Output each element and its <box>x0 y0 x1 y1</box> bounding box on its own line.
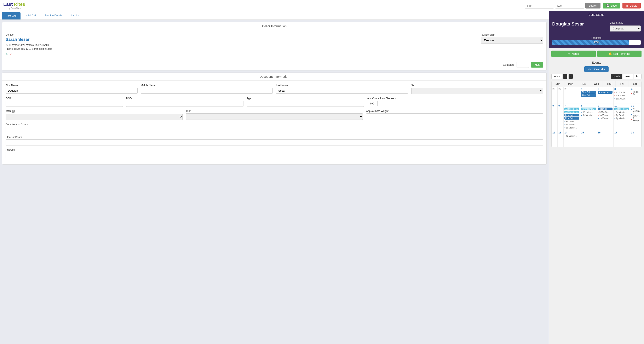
save-button[interactable]: 💾 Save <box>603 3 620 8</box>
cal-cell-13[interactable]: 13 <box>558 130 564 147</box>
tab-initial-call[interactable]: Initial Call <box>20 12 40 20</box>
cal-cell-17[interactable]: 17 <box>614 130 630 147</box>
event-firstcall-1a[interactable]: First Call <box>581 91 596 94</box>
calendar-controls: today ‹ › month week list <box>552 74 642 79</box>
cal-cell-27[interactable]: 27 <box>558 87 564 104</box>
week-view-button[interactable]: week <box>623 74 633 79</box>
search-button[interactable]: Search <box>585 3 600 8</box>
top-select[interactable] <box>186 113 363 120</box>
cal-cell-1[interactable]: 1 First Call First Call <box>580 87 597 104</box>
cal-cell-16[interactable]: 16 <box>597 130 614 147</box>
cal-cell-8[interactable]: 8 Arrangemen... •10a View... •9a Viewin.… <box>580 104 597 130</box>
relationship-select[interactable]: Executor Spouse Child Parent Friend Othe… <box>481 37 543 44</box>
tod-select[interactable] <box>6 114 182 120</box>
event-firstcall-1b[interactable]: First Call <box>581 94 596 97</box>
conditions-input[interactable] <box>6 127 543 133</box>
list-view-button[interactable]: list <box>634 74 642 79</box>
age-input[interactable] <box>247 101 364 107</box>
event-arrange-2[interactable]: Arrangemen... <box>598 91 612 94</box>
cal-cell-14[interactable]: 14 •1p Viewin... <box>564 130 580 147</box>
event-dot-11b[interactable]: •1p Servic... <box>631 112 640 117</box>
contact-name: Sarah Sesar <box>6 37 477 42</box>
delete-contact-icon[interactable]: ✕ <box>10 53 12 56</box>
add-reminder-button[interactable]: 🔔 Add Reminder <box>598 50 642 57</box>
prev-button[interactable]: ‹ <box>563 74 567 79</box>
cal-cell-5[interactable]: 5 <box>552 104 558 130</box>
cal-cell-15[interactable]: 15 <box>580 130 597 147</box>
search-first-input[interactable] <box>525 3 554 8</box>
event-dot-9a[interactable]: •9:15a Se... <box>598 111 612 114</box>
middle-name-input[interactable] <box>141 88 273 94</box>
cal-cell-4[interactable]: 4 •11:30a Se... <box>630 87 641 104</box>
no-button[interactable]: NO <box>367 101 378 106</box>
event-dot-10a[interactable]: •9a Viewin... <box>614 111 629 114</box>
event-dot-9c[interactable]: •2p Viewin... <box>598 117 612 120</box>
event-dot-7b[interactable]: •9a Recep... <box>564 123 579 126</box>
tab-service-details[interactable]: Service Details <box>40 12 67 20</box>
dod-input[interactable] <box>126 101 244 107</box>
event-arrange-10[interactable]: Arrangemen... <box>614 108 629 110</box>
cal-cell-6[interactable]: 6 <box>558 104 564 130</box>
tab-first-call[interactable]: First Call <box>2 12 20 20</box>
cal-cell-2[interactable]: 2 Arrangemen... <box>597 87 614 104</box>
event-dot-4a[interactable]: •11:30a Se... <box>631 91 640 96</box>
event-dot-7c[interactable]: •9a Viewin... <box>564 126 579 129</box>
place-death-label: Place of Death <box>6 136 543 139</box>
tod-row: TOD ? TOP Approximate W <box>6 110 543 120</box>
sex-select[interactable]: Male Female <box>411 88 543 94</box>
place-death-input[interactable] <box>6 140 543 146</box>
event-firstcall-9[interactable]: First Call <box>598 108 612 110</box>
event-dot-7a[interactable]: •9a Comm... <box>564 120 579 123</box>
address-input[interactable] <box>6 152 543 158</box>
yes-button[interactable]: YES <box>531 62 543 68</box>
weight-input[interactable] <box>366 113 543 119</box>
event-dot-14a[interactable]: •1p Viewin... <box>564 134 579 138</box>
event-arrange-8[interactable]: Arrangemen... <box>581 108 596 110</box>
last-name-input[interactable] <box>276 88 408 94</box>
event-dot-8a[interactable]: •10a View... <box>581 111 596 114</box>
notes-button[interactable]: ✎ Notes <box>552 50 596 57</box>
progress-area: Progress 87% <box>549 35 644 48</box>
complete-input[interactable] <box>516 62 529 68</box>
event-arrange-7b[interactable]: Arrangemen... <box>564 111 579 113</box>
tod-help-icon[interactable]: ? <box>12 110 15 113</box>
top-group: TOP <box>186 110 363 120</box>
event-arrange-7a[interactable]: Arrangemen... <box>564 108 579 110</box>
event-dot-10b[interactable]: •1p Servic... <box>614 114 629 117</box>
edit-contact-icon[interactable]: ✎ <box>6 53 8 56</box>
cal-cell-12[interactable]: 12 <box>552 130 558 147</box>
month-view-button[interactable]: month <box>611 74 622 79</box>
cal-cell-9[interactable]: 9 First Call •9:15a Se... •9a Viewin... … <box>597 104 614 130</box>
case-status-select[interactable]: Complete In Progress On Hold Closed <box>610 26 641 32</box>
cal-cell-3[interactable]: 3 •11:30a Se... •9:30a Ser... •10a View.… <box>614 87 630 104</box>
event-dot-3c[interactable]: •10a View... <box>614 97 629 100</box>
event-firstcall-7b[interactable]: First Call <box>564 117 579 120</box>
view-calendar-button[interactable]: View Calendar <box>584 66 608 72</box>
age-label: Age <box>247 97 364 100</box>
dob-input[interactable] <box>6 101 123 107</box>
event-dot-11c[interactable]: •3p Recep... <box>631 117 640 122</box>
event-dot-11a[interactable]: •9a Viewin... <box>631 108 640 112</box>
event-dot-10c[interactable]: •2p Viewin... <box>614 117 629 120</box>
event-dot-3b[interactable]: •9:30a Ser... <box>614 94 629 97</box>
event-dot-3a[interactable]: •11:30a Se... <box>614 91 629 94</box>
first-name-input[interactable] <box>6 88 138 94</box>
search-last-input[interactable] <box>555 3 584 8</box>
event-firstcall-7a[interactable]: First Call <box>564 114 579 116</box>
tab-invoice[interactable]: Invoice <box>67 12 84 20</box>
cal-cell-28[interactable]: 28 <box>564 87 580 104</box>
next-button[interactable]: › <box>568 74 573 79</box>
today-button[interactable]: today <box>552 74 562 79</box>
cal-cell-26[interactable]: 26 <box>552 87 558 104</box>
delete-button[interactable]: 🗑 Delete <box>622 3 641 8</box>
age-group: Age <box>247 97 364 107</box>
cal-cell-10[interactable]: 10 Arrangemen... •9a Viewin... •1p Servi… <box>614 104 630 130</box>
event-dot-9b[interactable]: •9a Viewin... <box>598 114 612 117</box>
event-dot-8b[interactable]: •9a Viewin... <box>581 114 596 117</box>
complete-area: Complete YES <box>2 59 546 70</box>
address-label: Address <box>6 148 543 151</box>
cal-cell-7[interactable]: 7 Arrangemen... Arrangemen... First Call… <box>564 104 580 130</box>
progress-label: Progress <box>552 36 641 39</box>
cal-cell-18[interactable]: 18 <box>630 130 641 147</box>
cal-cell-11[interactable]: 11 •9a Viewin... •1p Servic... •3p Recep… <box>630 104 641 130</box>
